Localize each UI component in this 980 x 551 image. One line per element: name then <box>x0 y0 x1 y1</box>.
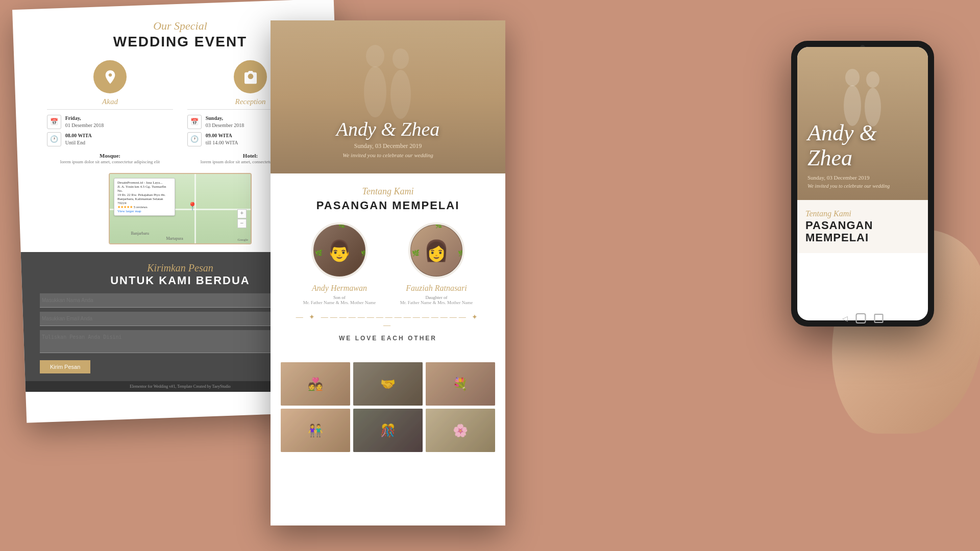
svg-text:🌿: 🌿 <box>338 222 346 229</box>
phone-hero-subtitle: We invited you to celebrate our wedding <box>807 183 890 190</box>
bride-parents: Mr. Father Name & Mrs. Mother Name <box>400 300 473 305</box>
svg-point-0 <box>366 45 384 67</box>
send-button[interactable]: Kirim Pesan <box>40 360 90 373</box>
section-script: Tentang Kami <box>291 186 485 197</box>
akad-time-text: 08.00 WITA Until End <box>65 132 92 146</box>
gallery-cell-3: 💐 <box>426 362 495 406</box>
phone-screen: Andy & Zhea Sunday, 03 December 2019 We … <box>797 47 928 320</box>
phone-recents-icon[interactable] <box>874 314 884 323</box>
hero-names: Andy & Zhea <box>336 118 440 140</box>
groom-parents: Mr. Father Name & Mrs. Mother Name <box>303 300 376 305</box>
akad-venue: Mosque: lorem ipsum dolor sit amet, cons… <box>60 153 160 165</box>
zoom-out-button[interactable]: − <box>237 219 247 228</box>
phone-container: Andy & Zhea Sunday, 03 December 2019 We … <box>786 41 954 372</box>
groom-name: Andy Hermawan <box>312 284 367 293</box>
phone-section-bold: PASANGAN MEMPELAI <box>805 219 920 244</box>
svg-point-14 <box>866 71 879 88</box>
svg-point-13 <box>844 85 861 126</box>
reception-icon-circle <box>234 60 267 93</box>
groom-wreath: 🌿 🌿 🌿 <box>311 222 368 279</box>
hero-date: Sunday, 03 December 2019 <box>336 142 440 150</box>
clock-icon-akad: 🕐 <box>47 132 61 146</box>
clock-icon-reception: 🕐 <box>187 132 202 146</box>
bride-role: Daughter of <box>425 295 447 300</box>
map-pin: 📍 <box>187 202 198 211</box>
akad-icon-circle <box>93 60 127 93</box>
gallery-cell-6: 🌸 <box>426 409 495 452</box>
calendar-icon-akad: 📅 <box>47 115 61 129</box>
svg-point-12 <box>845 69 860 86</box>
groom-profile: 🌿 🌿 🌿 👨 Andy Hermawan Son of Mr. Father … <box>296 222 383 305</box>
svg-text:🌿: 🌿 <box>435 222 443 229</box>
svg-text:🌿: 🌿 <box>361 249 368 257</box>
event-akad: Akad 📅 Friday, 01 Desember 2018 🕐 08.00 … <box>47 60 174 165</box>
groom-role: Son of <box>333 295 346 300</box>
phone-hero-date: Sunday, 03 December 2019 <box>807 174 890 181</box>
phone-content: Tentang Kami PASANGAN MEMPELAI <box>797 200 928 253</box>
svg-text:🌿: 🌿 <box>412 249 420 257</box>
toast-icon <box>242 69 259 85</box>
svg-point-1 <box>364 66 386 117</box>
calendar-icon-reception: 📅 <box>187 115 202 129</box>
phone-section-script: Tentang Kami <box>805 209 920 218</box>
hero-text: Andy & Zhea Sunday, 03 December 2019 We … <box>336 118 440 158</box>
map-zoom-controls[interactable]: + − <box>237 209 247 228</box>
gallery-cell-1: 💑 <box>281 362 350 406</box>
bride-profile: 🌿 🌿 🌿 👩 Fauziah Ratnasari Daughter of Mr… <box>393 222 480 305</box>
gallery-grid: 💑 🤝 💐 👫 🎊 🌸 <box>271 362 505 452</box>
middle-hero: Andy & Zhea Sunday, 03 December 2019 We … <box>271 20 505 173</box>
phone-couple-silhouette <box>832 57 893 139</box>
phone-device: Andy & Zhea Sunday, 03 December 2019 We … <box>791 41 934 327</box>
gallery-cell-5: 🎊 <box>353 409 423 452</box>
gallery-cell-4: 👫 <box>281 409 350 452</box>
couple-profiles: 🌿 🌿 🌿 👨 Andy Hermawan Son of Mr. Father … <box>291 222 485 305</box>
bride-name: Fauziah Ratnasari <box>406 284 467 293</box>
ornament-divider: — ✦ ———————————————— ✦ — <box>291 313 485 330</box>
section-bold: PASANGAN MEMPELAI <box>291 199 485 212</box>
we-love-text: WE LOVE EACH OTHER <box>291 335 485 342</box>
bride-wreath: 🌿 🌿 🌿 <box>408 222 464 279</box>
phone-home-icon[interactable] <box>856 313 866 323</box>
map-google-label: Google <box>237 238 248 242</box>
akad-date-text: Friday, 01 Desember 2018 <box>65 115 104 129</box>
bride-photo: 🌿 🌿 🌿 👩 <box>408 222 464 279</box>
middle-card: Andy & Zhea Sunday, 03 December 2019 We … <box>271 20 505 525</box>
svg-point-15 <box>865 88 881 127</box>
reception-time-text: 09.00 WITA till 14.00 WITA <box>206 132 238 146</box>
svg-point-3 <box>390 70 411 119</box>
profiles-section: Tentang Kami PASANGAN MEMPELAI 🌿 🌿 🌿 👨 A… <box>271 173 505 362</box>
svg-text:🌿: 🌿 <box>315 249 323 257</box>
svg-text:🌿: 🌿 <box>458 249 465 257</box>
reception-date-text: Sunday, 03 Desember 2018 <box>206 115 244 129</box>
ring-icon <box>102 69 118 85</box>
zoom-in-button[interactable]: + <box>237 209 247 218</box>
akad-name: Akad <box>102 97 118 106</box>
map-container: DesainPromosi.id - Jasa Laya... Jl. A. Y… <box>109 173 252 244</box>
map-label: DesainPromosi.id - Jasa Laya... Jl. A. Y… <box>114 178 175 216</box>
hero-subtitle: We invited you to celebrate our wedding <box>336 152 440 158</box>
couple-silhouette <box>347 31 429 133</box>
gallery-cell-2: 🤝 <box>353 362 423 406</box>
map-bg: DesainPromosi.id - Jasa Laya... Jl. A. Y… <box>110 174 251 243</box>
svg-point-2 <box>393 48 409 69</box>
reception-name: Reception <box>235 97 266 106</box>
groom-photo: 🌿 🌿 🌿 👨 <box>311 222 368 279</box>
phone-hero: Andy & Zhea Sunday, 03 December 2019 We … <box>797 47 928 200</box>
phone-back-icon[interactable]: ◁ <box>842 314 848 323</box>
